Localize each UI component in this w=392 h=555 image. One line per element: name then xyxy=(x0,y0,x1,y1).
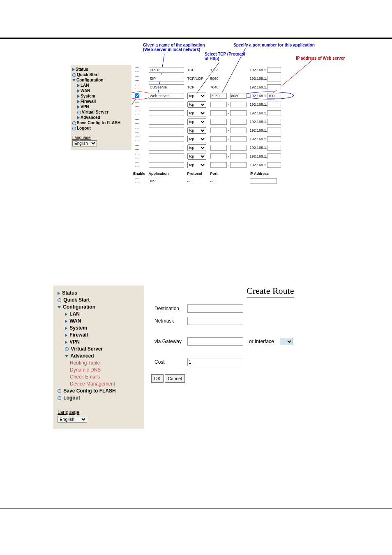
port-start-input[interactable] xyxy=(210,128,227,133)
enable-checkbox[interactable] xyxy=(135,154,139,158)
protocol-select[interactable]: tcp xyxy=(187,110,206,116)
port-end-input[interactable] xyxy=(230,162,247,168)
application-input[interactable] xyxy=(149,128,184,133)
ip-input[interactable] xyxy=(267,145,281,151)
nav-configuration[interactable]: Configuration xyxy=(58,304,142,311)
nav-quick-start[interactable]: Quick Start xyxy=(58,297,142,304)
ip-input[interactable] xyxy=(267,119,281,125)
language-select[interactable]: English xyxy=(58,416,87,423)
enable-checkbox[interactable] xyxy=(135,128,139,132)
enable-checkbox[interactable] xyxy=(135,145,139,150)
port-start-input[interactable] xyxy=(210,93,227,99)
application-input[interactable] xyxy=(149,145,184,151)
port-start-input[interactable] xyxy=(210,136,227,142)
port-start-input[interactable] xyxy=(210,153,227,159)
protocol-select[interactable]: tcp xyxy=(187,144,206,151)
application-input[interactable] xyxy=(149,162,184,168)
ip-input[interactable] xyxy=(267,84,281,90)
ip-input[interactable] xyxy=(267,67,281,73)
application-input[interactable] xyxy=(149,67,184,73)
ip-input[interactable] xyxy=(267,76,281,81)
enable-checkbox[interactable] xyxy=(135,119,139,124)
nav-vpn[interactable]: VPN xyxy=(77,104,130,109)
enable-checkbox[interactable] xyxy=(135,111,139,115)
enable-checkbox[interactable] xyxy=(135,67,139,72)
ip-input[interactable] xyxy=(267,153,281,159)
nav-virtual-server[interactable]: Virtual Server xyxy=(65,346,142,353)
port-end-input[interactable] xyxy=(230,110,247,116)
nav-system[interactable]: System xyxy=(77,93,130,99)
ok-button[interactable]: OK xyxy=(151,374,164,383)
nav-wan[interactable]: WAN xyxy=(77,88,130,93)
nav-logout[interactable]: Logout xyxy=(58,395,142,402)
port-start-input[interactable] xyxy=(210,102,227,107)
nav-wan[interactable]: WAN xyxy=(65,318,142,325)
application-input[interactable] xyxy=(149,119,184,125)
protocol-select[interactable]: tcp xyxy=(187,153,206,160)
protocol-select[interactable]: tcp xyxy=(187,101,206,108)
nav-system[interactable]: System xyxy=(65,325,142,332)
nav-logout[interactable]: Logout xyxy=(72,125,130,131)
protocol-select[interactable]: tcp xyxy=(187,127,206,134)
ip-input[interactable] xyxy=(250,178,277,184)
port-end-input[interactable] xyxy=(230,153,247,159)
nav-status[interactable]: Status xyxy=(58,290,142,297)
port-start-input[interactable] xyxy=(210,119,227,125)
nav-advanced[interactable]: Advanced xyxy=(77,115,130,120)
ip-input[interactable] xyxy=(267,110,281,116)
cost-input[interactable] xyxy=(187,358,243,366)
protocol-select[interactable]: tcp xyxy=(187,136,206,142)
enable-checkbox[interactable] xyxy=(135,179,139,183)
ip-input[interactable] xyxy=(267,162,281,168)
port-end-input[interactable] xyxy=(230,128,247,133)
application-input[interactable] xyxy=(149,136,184,142)
protocol-select[interactable]: tcp xyxy=(187,93,206,99)
nav-configuration[interactable]: Configuration xyxy=(72,77,130,83)
protocol-select[interactable]: tcp xyxy=(187,162,206,168)
nav-virtual-server[interactable]: Virtual Server xyxy=(77,109,130,115)
application-input[interactable] xyxy=(149,93,184,99)
enable-checkbox[interactable] xyxy=(135,102,139,107)
application-input[interactable] xyxy=(149,84,184,90)
language-select[interactable]: English xyxy=(72,140,97,146)
destination-input[interactable] xyxy=(187,304,243,313)
nav-lan[interactable]: LAN xyxy=(77,83,130,88)
port-start-input[interactable] xyxy=(210,145,227,151)
ip-input[interactable] xyxy=(267,136,281,142)
port-start-input[interactable] xyxy=(210,110,227,116)
ip-input[interactable] xyxy=(267,128,281,133)
application-input[interactable] xyxy=(149,76,184,81)
nav-save[interactable]: Save Config to FLASH xyxy=(58,388,142,395)
application-input[interactable] xyxy=(149,153,184,159)
application-input[interactable] xyxy=(149,110,184,116)
nav-firewall[interactable]: Firewall xyxy=(77,99,130,104)
interface-select[interactable] xyxy=(280,338,293,345)
enable-checkbox[interactable] xyxy=(135,93,139,98)
ip-input[interactable] xyxy=(267,93,281,99)
cancel-button[interactable]: Cancel xyxy=(165,374,184,383)
nav-quick-start[interactable]: Quick Start xyxy=(72,72,130,77)
enable-checkbox[interactable] xyxy=(135,137,139,141)
port-end-input[interactable] xyxy=(230,136,247,142)
nav-advanced[interactable]: Advanced xyxy=(65,353,142,360)
enable-checkbox[interactable] xyxy=(135,163,139,167)
application-input[interactable] xyxy=(149,102,184,107)
enable-checkbox[interactable] xyxy=(135,85,139,89)
nav-device-management[interactable]: Device Management xyxy=(70,381,142,388)
port-end-input[interactable] xyxy=(230,119,247,125)
nav-firewall[interactable]: Firewall xyxy=(65,332,142,339)
nav-status[interactable]: Status xyxy=(72,67,130,72)
nav-save[interactable]: Save Config to FLASH xyxy=(72,120,130,125)
port-end-input[interactable] xyxy=(230,145,247,151)
ip-input[interactable] xyxy=(267,102,281,107)
nav-vpn[interactable]: VPN xyxy=(65,339,142,346)
nav-dynamic-dns[interactable]: Dynamic DNS xyxy=(70,367,142,374)
protocol-select[interactable]: tcp xyxy=(187,118,206,125)
enable-checkbox[interactable] xyxy=(135,76,139,81)
netmask-input[interactable] xyxy=(187,317,243,325)
port-start-input[interactable] xyxy=(210,162,227,168)
gateway-input[interactable] xyxy=(187,337,243,346)
nav-lan[interactable]: LAN xyxy=(65,311,142,318)
nav-check-emails[interactable]: Check Emails xyxy=(70,374,142,381)
port-end-input[interactable] xyxy=(230,93,247,99)
